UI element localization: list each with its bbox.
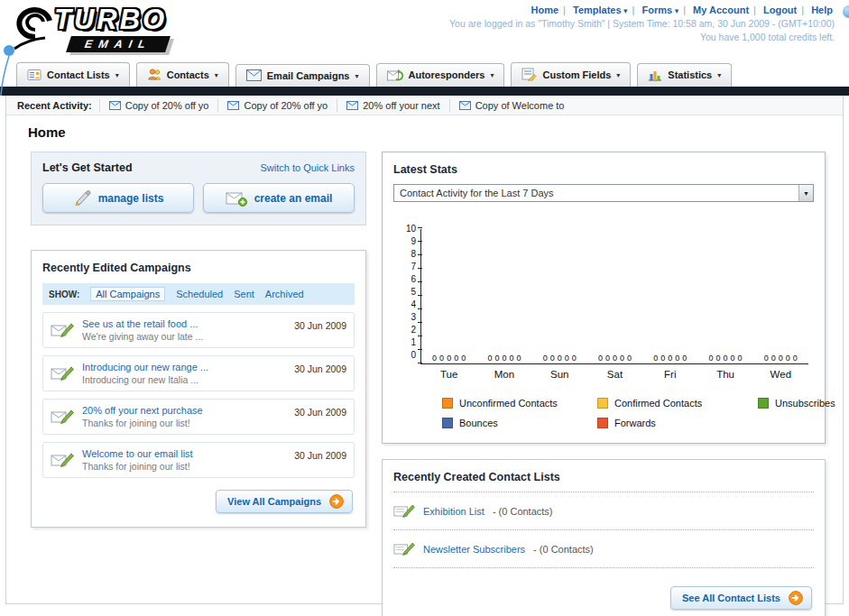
recent-activity-link[interactable]: 20% off your next (363, 100, 439, 111)
campaigns-filter-bar: SHOW: All Campaigns Scheduled Sent Archi… (42, 283, 355, 305)
campaign-item[interactable]: Introducing our new range ... Introducin… (42, 355, 355, 391)
view-all-campaigns-button[interactable]: View All Campaigns (216, 490, 353, 513)
email-plus-icon (226, 190, 247, 207)
x-axis-label: Mon (476, 369, 531, 380)
legend-swatch (442, 418, 453, 428)
campaign-title-link[interactable]: See us at the retail food ... (82, 318, 286, 329)
chart-value-label: 0 (502, 354, 506, 363)
campaign-title-link[interactable]: 20% off your next purchase (82, 405, 286, 416)
credits-info: You have 1,000 total credits left. (449, 32, 835, 42)
campaign-item[interactable]: Welcome to our email list Thanks for joi… (42, 442, 355, 478)
logo-title: TURBO (54, 4, 167, 36)
app-logo[interactable]: TURBO EMAIL (13, 4, 265, 58)
tab-autoresponders[interactable]: Autoresponders (376, 63, 505, 87)
legend-entry: Unconfirmed Contacts (442, 398, 597, 409)
tab-label: Autoresponders (409, 69, 485, 80)
logo-swoosh-icon (13, 5, 54, 52)
recent-activity-item[interactable]: Copy of 20% off yo (217, 99, 337, 112)
contact-list-item[interactable]: Exhibition List - (0 Contacts) (393, 501, 814, 521)
tab-contacts[interactable]: Contacts (136, 62, 229, 87)
top-link-forms[interactable]: Forms (642, 5, 679, 15)
chart-value-label: 0 (461, 354, 466, 363)
x-axis-label: Tue (421, 369, 476, 380)
top-link-logout[interactable]: Logout (763, 5, 797, 15)
chart-value-label: 0 (675, 354, 679, 363)
chart-x-labels: TueMonSunSatFriThuWed (421, 369, 808, 380)
recent-activity-item[interactable]: Copy of 20% off yo (99, 99, 218, 112)
login-info: You are logged in as "Timothy Smith" | S… (449, 18, 835, 29)
top-link-home[interactable]: Home (531, 5, 559, 15)
y-tick-label: 5 (411, 288, 416, 297)
y-tick-label: 0 (411, 351, 416, 360)
chart-value-label: 0 (716, 354, 721, 363)
link-separator (563, 5, 566, 15)
recent-activity-link[interactable]: Copy of Welcome to (475, 100, 565, 111)
top-header: TURBO EMAIL Home Templates Forms My Acco… (0, 0, 849, 60)
chevron-down-icon (717, 69, 721, 80)
x-axis-label: Sun (532, 369, 587, 380)
campaigns-title: Recently Edited Campaigns (42, 262, 355, 274)
see-all-contact-lists-button[interactable]: See All Contact Lists (670, 586, 812, 610)
chevron-down-icon (616, 69, 620, 80)
contact-activity-chart: 109876543210 000000000000000000000000000… (393, 229, 814, 428)
contact-list-link[interactable]: Newsletter Subscribers (423, 544, 525, 555)
top-link-help[interactable]: Help (811, 5, 833, 15)
legend-swatch (597, 418, 608, 428)
chart-value-label: 0 (653, 354, 658, 363)
chart-value-label: 0 (565, 354, 569, 363)
stats-period-select[interactable]: Contact Activity for the Last 7 Days ▼ (393, 184, 814, 202)
tab-contact-lists[interactable]: Contact Lists (16, 62, 130, 87)
create-email-button[interactable]: create an email (203, 183, 355, 213)
y-tick-label: 4 (411, 300, 416, 309)
link-separator (753, 5, 756, 15)
envelope-icon (227, 101, 239, 110)
filter-scheduled[interactable]: Scheduled (176, 289, 223, 299)
page: TURBO EMAIL Home Templates Forms My Acco… (0, 0, 849, 604)
y-tick-label: 10 (406, 225, 416, 234)
manage-lists-button[interactable]: manage lists (42, 183, 194, 213)
campaign-item[interactable]: 20% off your next purchase Thanks for jo… (42, 399, 355, 435)
campaign-item[interactable]: See us at the retail food ... We're givi… (42, 312, 355, 348)
stats-period-value: Contact Activity for the Last 7 Days (400, 188, 554, 198)
campaign-title-link[interactable]: Welcome to our email list (82, 448, 286, 459)
top-link-templates[interactable]: Templates (573, 5, 628, 15)
contact-list-link[interactable]: Exhibition List (423, 506, 484, 517)
filter-sent[interactable]: Sent (234, 289, 254, 299)
chart-value-label: 0 (724, 354, 728, 363)
envelope-icon (459, 101, 471, 110)
chart-value-label: 0 (516, 354, 521, 363)
chart-value-label: 0 (738, 354, 743, 363)
switch-quick-links-link[interactable]: Switch to Quick Links (260, 162, 355, 173)
filter-archived[interactable]: Archived (265, 289, 304, 299)
chart-value-row: 00000 (532, 354, 587, 363)
chart-value-row: 00000 (642, 354, 697, 363)
x-axis-label: Thu (697, 369, 752, 380)
campaign-title-link[interactable]: Introducing our new range ... (82, 362, 286, 372)
legend-label: Forwards (614, 418, 656, 428)
top-link-my-account[interactable]: My Account (693, 5, 749, 15)
see-all-contact-lists-label: See All Contact Lists (682, 593, 780, 603)
filter-all-campaigns[interactable]: All Campaigns (90, 287, 165, 301)
contact-list-item[interactable]: Newsletter Subscribers - (0 Contacts) (393, 538, 814, 559)
chart-value-label: 0 (793, 354, 798, 363)
chart-value-label: 0 (613, 354, 617, 363)
x-axis-label: Sat (587, 369, 642, 380)
y-tick-label: 8 (411, 250, 416, 259)
recent-activity-link[interactable]: Copy of 20% off yo (244, 100, 328, 111)
recent-campaigns-panel: Recently Edited Campaigns SHOW: All Camp… (31, 250, 366, 528)
dotted-divider (393, 529, 814, 530)
arrow-circle-icon (789, 591, 803, 605)
recent-activity-link[interactable]: Copy of 20% off yo (125, 100, 209, 111)
tab-label: Contact Lists (47, 69, 110, 80)
envelope-icon (346, 101, 358, 110)
tab-custom-fields[interactable]: Custom Fields (511, 62, 631, 87)
legend-entry: Forwards (597, 418, 758, 428)
chart-value-label: 0 (668, 354, 672, 363)
recent-activity-item[interactable]: Copy of Welcome to (449, 99, 574, 112)
tab-email-campaigns[interactable]: Email Campaigns (235, 64, 370, 87)
chart-value-row: 00000 (421, 354, 476, 363)
recent-activity-item[interactable]: 20% off your next (337, 99, 448, 112)
compose-email-icon (51, 451, 74, 469)
tab-statistics[interactable]: Statistics (637, 63, 732, 87)
campaign-subtitle: Thanks for joining our list! (82, 418, 286, 428)
